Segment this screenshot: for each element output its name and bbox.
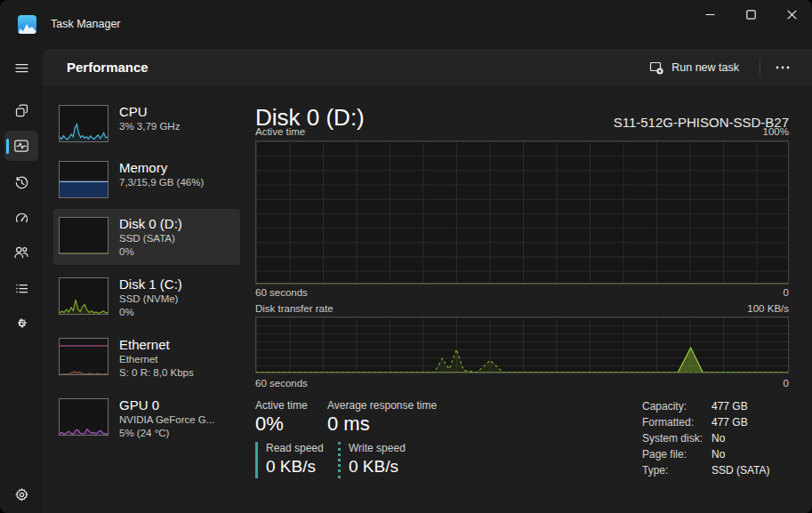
perf-item-memory[interactable]: Memory 7,3/15,9 GB (46%): [53, 153, 240, 204]
perf-item-subtitle: NVIDIA GeForce G...: [119, 413, 214, 427]
sidebar-item-users[interactable]: [4, 237, 38, 268]
transfer-rate-chart-header: Disk transfer rate 100 KB/s: [255, 303, 789, 314]
perf-item-stats: 7,3/15,9 GB (46%): [119, 176, 204, 189]
run-new-task-label: Run new task: [671, 61, 739, 74]
settings-button[interactable]: [4, 479, 38, 509]
avg-response-time-stat: Average response time 0 ms: [327, 399, 437, 436]
ellipsis-icon: [776, 66, 790, 69]
sidebar-item-startup-apps[interactable]: [4, 203, 38, 233]
task-manager-app-icon: [18, 15, 36, 34]
perf-item-subtitle: SSD (SATA): [119, 232, 182, 245]
close-button[interactable]: [771, 0, 812, 28]
property-label: Page file:: [642, 446, 712, 462]
perf-item-title: Disk 1 (C:): [119, 276, 182, 293]
sidebar-item-processes[interactable]: [4, 95, 38, 125]
property-label: System disk:: [642, 430, 712, 446]
minimize-button[interactable]: [689, 0, 730, 28]
perf-item-subtitle: SSD (NVMe): [119, 293, 182, 306]
property-row-page-file: Page file: No: [642, 446, 770, 462]
perf-item-stats: 3% 3,79 GHz: [119, 120, 180, 133]
perf-item-title: Ethernet: [119, 336, 194, 353]
perf-item-gpu0[interactable]: GPU 0 NVIDIA GeForce G... 5% (24 °C): [53, 390, 240, 446]
selected-indicator-pill: [6, 139, 9, 154]
hamburger-menu-button[interactable]: [4, 52, 38, 83]
disk0-sparkline: [59, 217, 109, 254]
chart-ymax-label: 100%: [763, 126, 789, 137]
details-icon: [14, 281, 29, 296]
property-row-capacity: Capacity: 477 GB: [642, 398, 770, 414]
maximize-button[interactable]: [730, 0, 771, 28]
property-label: Formatted:: [642, 414, 712, 430]
run-new-task-button[interactable]: Run new task: [640, 55, 748, 80]
sidebar-item-details[interactable]: [4, 273, 38, 303]
memory-sparkline: [59, 161, 109, 198]
perf-item-stats: 5% (24 °C): [119, 427, 214, 440]
sidebar-item-services[interactable]: [4, 309, 38, 339]
read-speed-stat: Read speed 0 KB/s: [255, 442, 324, 478]
property-label: Type:: [642, 462, 712, 478]
settings-gear-icon: [14, 487, 29, 502]
active-time-chart-header: Active time 100%: [255, 126, 789, 137]
perf-item-title: CPU: [119, 103, 180, 120]
gpu0-sparkline: [59, 398, 109, 436]
transfer-rate-chart-xaxis: 60 seconds 0: [255, 378, 789, 389]
maximize-icon: [746, 10, 756, 20]
chart-title: Active time: [255, 126, 305, 137]
property-row-system-disk: System disk: No: [642, 430, 770, 446]
perf-item-stats: 0%: [119, 306, 182, 319]
services-icon: [13, 316, 29, 332]
stat-label: Read speed: [266, 442, 324, 455]
page-title: Performance: [67, 60, 149, 75]
perf-item-title: Disk 0 (D:): [119, 215, 182, 232]
stat-value: 0 KB/s: [349, 455, 406, 478]
app-title: Task Manager: [51, 18, 121, 30]
ethernet-sparkline: [59, 338, 109, 375]
perf-item-disk1[interactable]: Disk 1 (C:) SSD (NVMe) 0%: [53, 269, 240, 325]
navigation-rail: [0, 49, 43, 513]
chart-title: Disk transfer rate: [255, 303, 334, 314]
stat-label: Average response time: [327, 399, 437, 413]
performance-icon: [13, 138, 29, 154]
more-options-button[interactable]: [766, 55, 800, 80]
active-time-stat: Active time 0%: [255, 399, 308, 436]
hamburger-menu-icon: [14, 60, 29, 76]
close-icon: [787, 10, 797, 20]
users-icon: [13, 244, 29, 261]
stat-label: Write speed: [349, 442, 406, 455]
stat-label: Active time: [255, 399, 308, 413]
sidebar-item-app-history[interactable]: [4, 167, 38, 197]
perf-item-stats: 0%: [119, 245, 182, 259]
content-surface: Performance Run new task CPU 3% 3,79 GHz: [43, 49, 812, 513]
xaxis-right-label: 0: [784, 378, 789, 389]
titlebar: Task Manager: [0, 0, 812, 49]
property-label: Capacity:: [642, 398, 712, 414]
perf-item-title: Memory: [119, 159, 204, 176]
performance-list: CPU 3% 3,79 GHz Memory 7,3/15,9 GB (46%)…: [53, 97, 240, 451]
perf-item-ethernet[interactable]: Ethernet Ethernet S: 0 R: 8,0 Kbps: [53, 330, 240, 386]
sidebar-item-performance[interactable]: [4, 131, 38, 161]
perf-item-stats: S: 0 R: 8,0 Kbps: [119, 366, 194, 380]
property-row-type: Type: SSD (SATA): [642, 462, 770, 478]
stat-value: 0%: [255, 413, 308, 436]
perf-item-title: GPU 0: [119, 397, 214, 413]
window-controls: [689, 0, 812, 28]
property-value: SSD (SATA): [712, 462, 770, 478]
toolbar-divider: [760, 59, 760, 76]
property-value: No: [712, 430, 725, 446]
task-manager-window: Task Manager: [0, 0, 812, 513]
stat-value: 0 ms: [327, 413, 437, 436]
perf-item-cpu[interactable]: CPU 3% 3,79 GHz: [53, 97, 240, 148]
xaxis-left-label: 60 seconds: [255, 378, 308, 389]
disk-properties: Capacity: 477 GB Formatted: 477 GB Syste…: [642, 398, 770, 478]
perf-item-subtitle: Ethernet: [119, 353, 194, 366]
cpu-sparkline: [59, 105, 109, 142]
stat-value: 0 KB/s: [266, 455, 324, 478]
xaxis-left-label: 60 seconds: [255, 287, 308, 298]
disk-detail-pane: Disk 0 (D:) S11-512G-PHISON-SSD-B27 Acti…: [240, 86, 812, 513]
processes-icon: [14, 103, 29, 118]
property-value: No: [712, 446, 725, 462]
property-value: 477 GB: [712, 414, 748, 430]
app-history-icon: [14, 175, 29, 190]
run-new-task-icon: [649, 60, 664, 76]
perf-item-disk0[interactable]: Disk 0 (D:) SSD (SATA) 0%: [53, 209, 240, 265]
